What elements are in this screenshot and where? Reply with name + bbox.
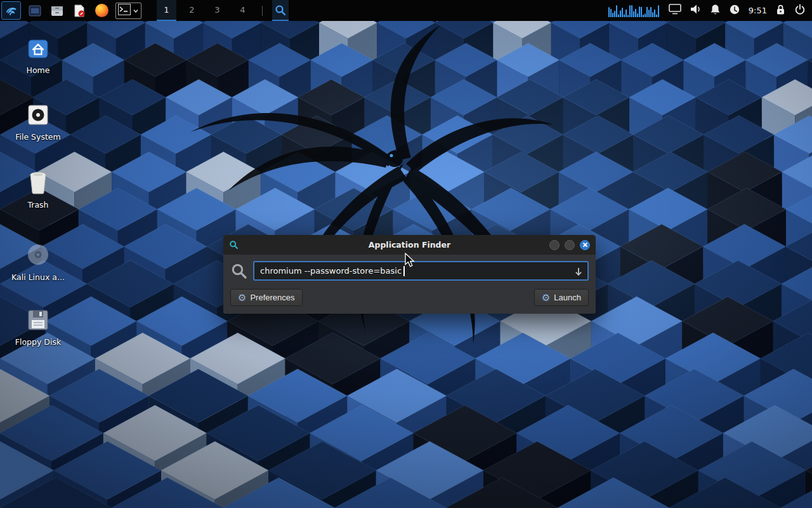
- panel-left: 1 2 3 4: [0, 0, 289, 21]
- launch-icon: ⚙: [542, 293, 550, 302]
- trash-icon: [27, 170, 49, 194]
- bell-icon: [710, 4, 721, 15]
- clock-label: 9:51: [749, 6, 767, 15]
- panel-separator: [262, 6, 263, 16]
- app-finder-window-icon: [229, 240, 239, 250]
- launcher-firefox[interactable]: [93, 1, 110, 20]
- desktop-icon-home[interactable]: Home: [0, 38, 76, 75]
- screen-lock-indicator[interactable]: [775, 4, 786, 18]
- desktop-icon-floppy-label: Floppy Disk: [0, 337, 76, 347]
- file-manager-icon: [50, 4, 64, 18]
- file-system-icon: [27, 104, 49, 126]
- volume-indicator[interactable]: [690, 4, 702, 17]
- workspace-2[interactable]: 2: [182, 0, 202, 21]
- volume-icon: [690, 4, 702, 15]
- desktop-icon-trash-label: Trash: [0, 200, 76, 210]
- desktop-icon-home-label: Home: [0, 65, 76, 75]
- terminal-launcher-group: [115, 3, 141, 19]
- panel-clock[interactable]: 9:51: [749, 6, 767, 15]
- gear-icon: ⚙: [238, 293, 246, 302]
- power-icon: [794, 4, 806, 15]
- home-icon: [27, 38, 49, 60]
- updates-indicator[interactable]: [729, 4, 740, 18]
- desktop-icon-file-system[interactable]: File System: [0, 104, 76, 142]
- launcher-file-manager[interactable]: [49, 1, 65, 20]
- workspace-3-label: 3: [214, 5, 219, 15]
- terminal-icon: [118, 4, 131, 15]
- notifications-indicator[interactable]: [710, 4, 721, 18]
- desktop-icon-floppy[interactable]: Floppy Disk: [0, 309, 76, 347]
- close-button[interactable]: [580, 240, 590, 250]
- workspace-4[interactable]: 4: [233, 0, 252, 21]
- desktop-icon-file-system-label: File System: [0, 132, 76, 142]
- close-icon: [582, 242, 588, 248]
- cdrom-icon: [26, 243, 50, 267]
- updates-icon: [729, 4, 740, 15]
- launcher-text-editor[interactable]: [71, 1, 88, 20]
- button-row: ⚙ Preferences ⚙ Launch: [230, 289, 589, 306]
- window-controls: [549, 240, 590, 250]
- lock-icon: [775, 4, 786, 15]
- desktop: 1 2 3 4: [0, 0, 812, 508]
- preferences-button-label: Preferences: [250, 293, 294, 302]
- mouse-cursor: [405, 253, 416, 268]
- application-finder-window: Application Finder chromi: [223, 235, 596, 314]
- kali-logo-icon: [5, 4, 18, 17]
- preferences-button[interactable]: ⚙ Preferences: [230, 289, 303, 306]
- desktop-icon-trash[interactable]: Trash: [0, 170, 76, 210]
- arrow-down-icon: [574, 267, 583, 277]
- firefox-icon: [95, 4, 108, 17]
- command-input[interactable]: chromium --password-store=basic: [253, 261, 589, 281]
- desktop-icon-kali-cdrom[interactable]: Kali Linux a...: [0, 243, 76, 282]
- kali-menu-button[interactable]: [1, 1, 21, 20]
- window-title: Application Finder: [223, 240, 596, 250]
- top-panel: 1 2 3 4: [0, 0, 812, 21]
- system-tray: 9:51: [608, 0, 812, 21]
- chevron-down-icon: [133, 8, 139, 14]
- terminal-dropdown-button[interactable]: [133, 4, 139, 17]
- minimize-button[interactable]: [549, 240, 560, 250]
- workspace-4-label: 4: [240, 5, 245, 15]
- launcher-window-app[interactable]: [27, 1, 43, 20]
- window-app-icon: [28, 4, 42, 18]
- workspace-3[interactable]: 3: [207, 0, 227, 21]
- command-input-text: chromium --password-store=basic: [260, 266, 402, 276]
- launch-button[interactable]: ⚙ Launch: [534, 289, 589, 306]
- power-button[interactable]: [794, 4, 806, 18]
- floppy-icon: [27, 309, 49, 331]
- display-indicator[interactable]: [669, 4, 681, 17]
- app-finder-taskbar-button[interactable]: [272, 0, 289, 21]
- history-dropdown-button[interactable]: [574, 267, 583, 279]
- titlebar[interactable]: Application Finder: [223, 235, 596, 255]
- workspace-1[interactable]: 1: [157, 0, 176, 21]
- maximize-button[interactable]: [565, 240, 575, 250]
- search-icon: [274, 4, 287, 17]
- workspace-2-label: 2: [189, 5, 194, 15]
- search-icon: [230, 262, 248, 280]
- workspace-1-label: 1: [164, 5, 169, 15]
- desktop-icon-kali-cdrom-label: Kali Linux a...: [0, 272, 76, 282]
- text-editor-icon: [72, 4, 86, 18]
- launch-button-label: Launch: [554, 293, 581, 302]
- terminal-launcher[interactable]: [118, 4, 131, 18]
- display-icon: [669, 4, 681, 15]
- cpu-graph[interactable]: [608, 4, 660, 18]
